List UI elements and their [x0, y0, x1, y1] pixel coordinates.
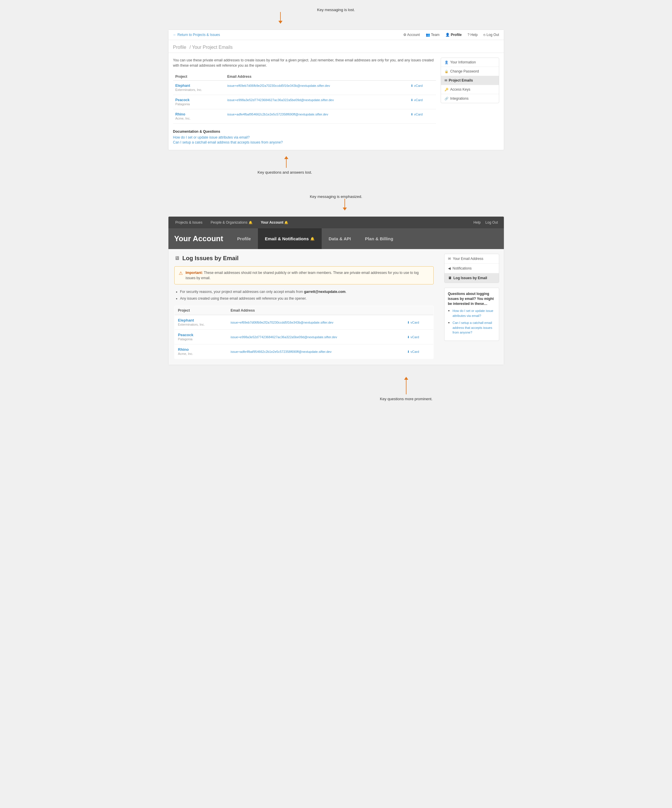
tab-profile-new[interactable]: Profile [230, 228, 258, 249]
project-email-table-new: Project Email Address Elephant Extermina… [174, 306, 434, 359]
vcard-link-new[interactable]: ⬇ vCard [407, 321, 419, 324]
project-company-new: Acme, Inc. [178, 352, 193, 356]
warning-box-new: ⚠ Important: These email addresses shoul… [174, 266, 434, 284]
vcard-link-new[interactable]: ⬇ vCard [407, 350, 419, 354]
notification-icon-new: ◀ [448, 266, 451, 270]
info-list-new: For security reasons, your project email… [174, 289, 434, 301]
project-link-new[interactable]: Elephant [178, 318, 224, 322]
question-link-2-new[interactable]: Can I setup a catchall email address tha… [453, 321, 492, 334]
sidebar-your-info-old[interactable]: Your Information [441, 58, 499, 67]
sidebar-log-issues-new[interactable]: 🖥 Log Issues by Email [445, 273, 499, 283]
sidebar-integrations-old[interactable]: Integrations [441, 94, 499, 103]
vcard-link-old[interactable]: ⬇ vCard [411, 113, 423, 116]
section-new-design: Projects & Issues People & Organizations… [168, 216, 504, 365]
project-link-new[interactable]: Peacock [178, 333, 224, 337]
vcard-cell-old: ⬇ vCard [408, 109, 436, 124]
tab-data-api-new[interactable]: Data & API [322, 228, 358, 249]
annotation-text-1: Key messaging is lost. [317, 8, 355, 12]
sidebar-new: ✉ Your Email Address ◀ Notifications 🖥 L… [440, 249, 504, 365]
project-company-old: Exterminators, Inc. [176, 88, 202, 92]
project-company-old: Acme, Inc. [176, 117, 191, 120]
email-cell-old: issue+ef69eb7d06fb9e2f2a70230ccdd5f16e34… [225, 81, 408, 95]
nav-team-old[interactable]: 👥 Team [426, 33, 440, 37]
nav-your-account-new[interactable]: Your Account 🔔 [260, 220, 290, 225]
description-old: You can use these private email addresse… [173, 58, 436, 68]
project-link-old[interactable]: Elephant [176, 83, 222, 88]
question-link-1-new[interactable]: How do I set or update issue attributes … [453, 309, 493, 317]
tab-plan-billing-new[interactable]: Plan & Billing [358, 228, 400, 249]
col-email-old: Email Address [225, 73, 408, 81]
sidebar-access-keys-old[interactable]: Access Keys [441, 85, 499, 94]
nav-back-link[interactable]: ← Return to Projects & Issues [173, 33, 403, 37]
vcard-link-new[interactable]: ⬇ vCard [407, 335, 419, 339]
arrow-up-1 [284, 156, 288, 168]
docs-link-old[interactable]: Can I setup a catchall email address tha… [173, 140, 436, 144]
question-2-new: Can I setup a catchall email address tha… [453, 321, 495, 335]
nav-right-new: Help Log Out [473, 220, 498, 225]
project-company-new: Exterminators, Inc. [178, 323, 205, 326]
annotation-text-2: Key questions and answers lost. [257, 170, 312, 175]
email-cell-new: issue+ef69eb7d06fb9e2f2a70230ccdd5f16e34… [227, 315, 403, 330]
col-project-new: Project [174, 306, 227, 315]
email-link-old[interactable]: issue+adfe4fbaf954662c2b1e2e5c572358f690… [227, 113, 328, 116]
docs-link-old[interactable]: How do I set or update issue attributes … [173, 135, 436, 139]
nav-right-old: ⚙ Account 👥 Team 👤 Profile ? Help ⎋ Log … [403, 33, 499, 37]
account-header-new: Your Account Profile Email & Notificatio… [169, 228, 504, 249]
col-project-old: Project [173, 73, 225, 81]
nav-profile-old[interactable]: 👤 Profile [445, 33, 462, 37]
question-1-new: How do I set or update issue attributes … [453, 309, 495, 318]
annotation-4: Key questions more prominent. [309, 394, 504, 404]
annotation-1: Key messaging is lost. [168, 5, 504, 12]
page-title-old: Profile / Your Project Emails [173, 44, 499, 50]
project-email-table-old: Project Email Address Elephant Extermina… [173, 73, 436, 124]
bell-icon-tab: 🔔 [310, 237, 315, 241]
section-old-design: ← Return to Projects & Issues ⚙ Account … [168, 30, 504, 150]
docs-section-old: Documentation & Questions How do I set o… [173, 130, 436, 144]
project-cell-old: Peacock Patagonia [173, 95, 225, 109]
nav-help-old[interactable]: ? Help [468, 33, 478, 37]
tab-email-notifications-new[interactable]: Email & Notifications 🔔 [258, 228, 322, 249]
link-icon [445, 97, 449, 100]
page-header-old: Profile / Your Project Emails [169, 40, 504, 53]
sidebar-change-password-old[interactable]: Change Password [441, 67, 499, 76]
email-link-old[interactable]: issue+e998a3e52d77423684627ac36a322a5be0… [227, 98, 334, 102]
email-link-new[interactable]: issue+adfe4fbaf954662c2b1e2e5c572358f690… [231, 350, 331, 354]
vcard-cell-new: ⬇ vCard [404, 315, 433, 330]
vcard-link-old[interactable]: ⬇ vCard [411, 84, 423, 87]
vcard-link-old[interactable]: ⬇ vCard [411, 98, 423, 102]
table-row: Peacock Patagonia issue+e998a3e52d774236… [174, 330, 433, 344]
email-link-new[interactable]: issue+ef69eb7d06fb9e2f2a70230ccdd5f16e34… [231, 321, 333, 324]
vcard-cell-new: ⬇ vCard [404, 330, 433, 344]
email-icon [445, 78, 447, 82]
bell-icon-people: 🔔 [249, 221, 252, 224]
sidebar-nav-old: Your Information Change Password Project… [441, 58, 499, 103]
page-title-new: 🖥 Log Issues by Email [174, 255, 434, 262]
annotation-text-3: Key messaging is emphasized. [310, 194, 362, 199]
bullet-1-new: For security reasons, your project email… [180, 289, 434, 294]
table-row: Peacock Patagonia issue+e998a3e52d774236… [173, 95, 436, 109]
content-area-new: 🖥 Log Issues by Email ⚠ Important: These… [169, 249, 504, 365]
vcard-cell-old: ⬇ vCard [408, 81, 436, 95]
nav-account-old[interactable]: ⚙ Account [403, 33, 420, 37]
monitor-icon: 🖥 [174, 255, 180, 261]
nav-bar-old: ← Return to Projects & Issues ⚙ Account … [169, 30, 504, 40]
sidebar-notifications-new[interactable]: ◀ Notifications [445, 264, 499, 273]
bell-icon-account: 🔔 [284, 221, 288, 224]
project-link-new[interactable]: Rhino [178, 347, 224, 352]
email-link-old[interactable]: issue+ef69eb7d06fb9e2f2a70230ccdd5f16e34… [227, 84, 330, 87]
project-link-old[interactable]: Peacock [176, 98, 222, 102]
email-link-new[interactable]: issue+e998a3e52d77423684627ac36a322a5be0… [231, 335, 337, 339]
sidebar-project-emails-old[interactable]: Project Emails [441, 76, 499, 85]
nav-bar-new: Projects & Issues People & Organizations… [169, 217, 504, 228]
nav-logout-new[interactable]: Log Out [485, 220, 498, 225]
table-row: Elephant Exterminators, Inc. issue+ef69e… [174, 315, 433, 330]
annotation-3: Key messaging is emphasized. [168, 192, 504, 199]
sidebar-email-address-new[interactable]: ✉ Your Email Address [445, 254, 499, 264]
nav-people-orgs-new[interactable]: People & Organizations 🔔 [209, 220, 254, 225]
docs-title-old: Documentation & Questions [173, 130, 436, 134]
nav-logout-old[interactable]: ⎋ Log Out [483, 33, 499, 37]
nav-help-new[interactable]: Help [473, 220, 481, 225]
project-link-old[interactable]: Rhino [176, 112, 222, 116]
questions-list-new: How do I set or update issue attributes … [448, 309, 495, 335]
nav-projects-issues-new[interactable]: Projects & Issues [174, 220, 204, 225]
